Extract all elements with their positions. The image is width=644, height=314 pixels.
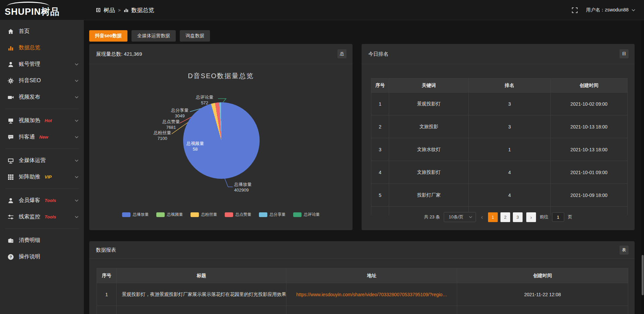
sidebar: 首页 数据总览 账号管理 抖音SEO 视频发布 视频加热 Hot 抖客通 New…: [0, 20, 84, 314]
sidebar-item-consumption-details[interactable]: 消费明细: [0, 232, 84, 249]
cell-index: 1: [371, 93, 389, 115]
fullscreen-icon[interactable]: [572, 7, 578, 13]
goto-page-input[interactable]: [552, 212, 564, 222]
sidebar-item-label: 账号管理: [19, 61, 40, 68]
clipped-table-row: [97, 306, 628, 314]
cell-video-link[interactable]: https://www.iesdouyin.com/share/video/70…: [286, 283, 457, 306]
legend-swatch: [191, 212, 199, 217]
bar-chart-icon: [7, 45, 14, 51]
tab-button[interactable]: 全媒体运营数据: [131, 30, 176, 42]
page-number-button[interactable]: 1: [488, 212, 498, 222]
chart-title: D音SEO数据量总览: [89, 71, 353, 81]
sidebar-item-video-publish[interactable]: 视频发布: [0, 89, 84, 105]
panel-heading: 数据报表: [89, 241, 635, 259]
legend-swatch: [293, 212, 302, 217]
legend-item[interactable]: 总播放量: [122, 212, 149, 217]
legend-item[interactable]: 总粉丝量: [191, 212, 217, 217]
cell-keyword: 文旅投影: [389, 115, 469, 138]
sidebar-item-doukerton[interactable]: 抖客通 New: [0, 129, 84, 145]
table-row[interactable]: 4 文旅投影灯 4 2021-10-01 09:00: [371, 161, 628, 184]
tools-badge: Tools: [45, 198, 56, 203]
sidebar-divider: [5, 228, 79, 229]
next-page-button[interactable]: ›: [526, 212, 536, 222]
column-header: 标题: [116, 268, 286, 283]
prev-page-button[interactable]: ‹: [480, 214, 484, 220]
sidebar-item-data-overview[interactable]: 数据总览: [0, 40, 84, 56]
chevron-down-icon: [75, 199, 78, 202]
tab-button[interactable]: 抖音seo数据: [89, 30, 127, 42]
sidebar-item-label: 首页: [19, 28, 30, 35]
daily-view-button[interactable]: 日: [620, 49, 629, 58]
ranking-table: 序号关键词排名创建时间 1 景观投影灯 3 2021-10-02 09:00 2…: [371, 78, 628, 215]
monitor-icon: [7, 157, 14, 164]
report-table-header-row: 序号标题地址创建时间: [97, 268, 628, 283]
page-number-button[interactable]: 2: [500, 212, 510, 222]
legend-item[interactable]: 总评论量: [293, 212, 320, 217]
breadcrumb-current: 数据总览: [131, 6, 154, 14]
cell-index: 2: [371, 115, 389, 138]
app-logo: SHUPIN树品: [5, 2, 60, 17]
top-header-bar: SHUPIN树品 树品 > 数据总览 用户名：zswodun88: [0, 0, 644, 20]
sidebar-item-home[interactable]: 首页: [0, 23, 84, 40]
table-row[interactable]: 5 投影灯厂家 4 2021-10-09 18:00: [371, 184, 628, 207]
cell-keyword: 文旅投影灯: [389, 161, 469, 184]
cell-rank: 1: [469, 138, 550, 161]
sidebar-item-member-booster[interactable]: 会员爆客 Tools: [0, 192, 84, 209]
pie-label-likes: 总点赞量7681: [155, 119, 187, 130]
total-view-button[interactable]: 总: [337, 49, 346, 58]
chevron-down-icon: [75, 176, 78, 178]
ranking-table-container: 序号关键词排名创建时间 1 景观投影灯 3 2021-10-02 09:00 2…: [371, 78, 628, 215]
sidebar-item-instructions[interactable]: ? 操作说明: [0, 249, 84, 265]
sidebar-divider: [5, 189, 79, 189]
sidebar-item-label: 数据总览: [19, 44, 40, 51]
chevron-down-icon: [75, 63, 78, 65]
breadcrumb: 树品 > 数据总览: [96, 0, 154, 20]
tools-badge: Tools: [45, 214, 56, 219]
pie-label-fans: 总粉丝量7100: [146, 130, 178, 141]
cell-keyword: 投影灯厂家: [389, 184, 469, 207]
table-row[interactable]: 1 景观投影灯，夜游景观投影灯厂家展示展示落花灯在花园里的灯光投影应用效果 # …: [97, 283, 628, 306]
user-area: 用户名：zswodun88: [572, 0, 635, 20]
new-badge: New: [39, 135, 48, 140]
breadcrumb-root[interactable]: 树品: [104, 6, 115, 14]
column-header: 序号: [97, 268, 117, 283]
cell-rank: 3: [469, 115, 550, 138]
tab-button[interactable]: 询盘数据: [180, 30, 210, 42]
scrollbar[interactable]: [641, 20, 644, 314]
legend-swatch: [156, 212, 165, 217]
page-size-select[interactable]: 10条/页: [444, 212, 476, 222]
chevron-down-icon[interactable]: [632, 9, 635, 11]
legend-swatch: [259, 212, 267, 217]
username-label[interactable]: 用户名：zswodun88: [586, 7, 629, 13]
chevron-down-icon: [75, 96, 78, 98]
video-camera-icon: [7, 94, 14, 101]
table-row[interactable]: 3 文旅水纹灯 1 2021-10-13 18:00: [371, 138, 628, 161]
legend-item[interactable]: 总点赞量: [225, 212, 252, 217]
cell-keyword: 景观投影灯: [389, 93, 469, 115]
cell-index: 4: [371, 161, 389, 184]
sidebar-item-label: 操作说明: [19, 253, 40, 260]
sidebar-item-douyin-seo[interactable]: 抖音SEO: [0, 72, 84, 89]
cell-created-time: 2021-10-13 18:00: [550, 138, 627, 161]
table-row[interactable]: 1 景观投影灯 3 2021-10-02 09:00: [371, 93, 628, 115]
goto-label: 前往: [540, 214, 548, 220]
sidebar-item-matrix-boost[interactable]: 矩阵助推 VIP: [0, 169, 84, 185]
legend-item[interactable]: 总分享量: [259, 212, 286, 217]
impressions-total-label: 展现量总数: 421,369: [96, 51, 142, 57]
sidebar-item-all-media-operation[interactable]: 全媒体运营: [0, 152, 84, 169]
table-view-button[interactable]: 表: [620, 246, 629, 255]
sidebar-item-lead-monitoring[interactable]: 线索监控 Tools: [0, 209, 84, 225]
sidebar-item-label: 会员爆客: [19, 197, 40, 204]
legend-item[interactable]: 总视频量: [156, 212, 183, 217]
sidebar-item-video-heating[interactable]: 视频加热 Hot: [0, 112, 84, 129]
total-count-label: 共 23 条: [424, 214, 440, 220]
scrollbar-thumb[interactable]: [642, 255, 644, 295]
sidebar-item-label: 视频发布: [19, 94, 40, 101]
sidebar-item-account-management[interactable]: 账号管理: [0, 56, 84, 72]
member-icon: [7, 197, 14, 204]
table-row[interactable]: 2 文旅投影 3 2021-10-13 18:00: [371, 115, 628, 138]
legend-swatch: [122, 212, 130, 217]
page-number-button[interactable]: 3: [513, 212, 523, 222]
cell-created-time: 2021-10-09 18:00: [550, 184, 627, 207]
app-window-icon: [96, 8, 101, 12]
